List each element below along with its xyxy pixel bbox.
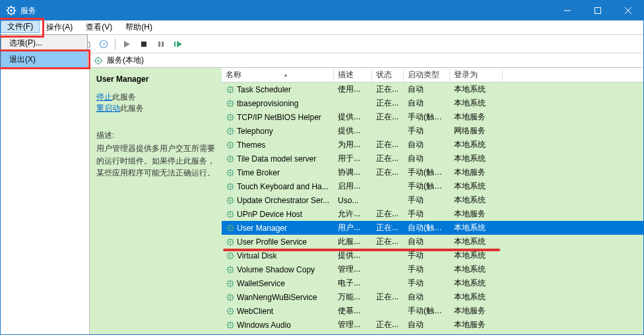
svg-line-69 bbox=[232, 114, 233, 115]
cell-desc: 用户... bbox=[334, 222, 372, 233]
stop-link[interactable]: 停止 bbox=[96, 92, 112, 102]
svg-line-218 bbox=[228, 326, 228, 327]
svg-line-207 bbox=[232, 313, 233, 313]
cell-state: 正在... bbox=[372, 167, 404, 178]
svg-line-119 bbox=[232, 183, 233, 184]
cell-startup: 手动 bbox=[404, 250, 450, 261]
cell-name: Volume Shadow Copy bbox=[222, 265, 334, 274]
cell-logon: 本地服务 bbox=[450, 305, 503, 317]
svg-point-151 bbox=[230, 241, 232, 243]
cell-name: Themes bbox=[222, 140, 334, 150]
cell-startup: 自动 bbox=[404, 98, 450, 109]
cell-desc: 管理... bbox=[334, 264, 372, 275]
cell-state: 正在... bbox=[372, 111, 404, 123]
menu-file-exit[interactable]: 退出(X) bbox=[1, 51, 87, 68]
service-row[interactable]: WebClient使基...手动(触发...本地服务 bbox=[222, 304, 643, 318]
svg-line-118 bbox=[228, 188, 228, 189]
svg-line-86 bbox=[228, 142, 228, 142]
service-row[interactable]: Touch Keyboard and Ha...启用...手动(触发...本地系… bbox=[222, 179, 643, 193]
service-row[interactable]: UPnP Device Host允许...正在...手动本地服务 bbox=[222, 207, 643, 221]
menu-action[interactable]: 操作(A) bbox=[40, 20, 79, 34]
toolbar-pause-button[interactable] bbox=[154, 37, 168, 51]
svg-line-136 bbox=[228, 211, 228, 212]
service-row[interactable]: Tile Data model server用于...正在...自动本地系统 bbox=[222, 152, 643, 166]
cell-state: 正在... bbox=[372, 222, 404, 233]
service-row[interactable]: Windows Audio管理...正在...自动本地服务 bbox=[222, 318, 643, 332]
svg-line-209 bbox=[232, 308, 233, 309]
restart-link[interactable]: 重启动 bbox=[96, 104, 120, 113]
list-pane: 名称▴ 描述 状态 启动类型 登录为 Task Scheduler使用...正在… bbox=[222, 68, 643, 334]
menu-file[interactable]: 文件(F) bbox=[1, 20, 40, 33]
cell-name: Tile Data model server bbox=[222, 154, 334, 164]
cell-startup: 自动 bbox=[404, 84, 450, 95]
toolbar-help-button[interactable]: ? bbox=[96, 37, 111, 51]
service-row[interactable]: Telephony提供...手动网络服务 bbox=[222, 124, 643, 138]
svg-line-156 bbox=[228, 239, 228, 239]
service-row[interactable]: Time Broker协调...正在...手动(触发...本地服务 bbox=[222, 166, 643, 179]
svg-line-167 bbox=[232, 257, 233, 258]
toolbar-start-button[interactable] bbox=[119, 37, 134, 51]
cell-logon: 本地系统 bbox=[450, 250, 503, 261]
cell-logon: 本地系统 bbox=[450, 195, 503, 206]
toolbar-restart-button[interactable] bbox=[171, 37, 185, 51]
service-row[interactable]: Volume Shadow Copy管理...手动本地系统 bbox=[222, 262, 643, 276]
svg-line-177 bbox=[232, 271, 233, 272]
svg-marker-27 bbox=[177, 41, 182, 47]
service-row[interactable]: Themes为用...正在...自动本地系统 bbox=[222, 138, 643, 152]
cell-startup: 手动 bbox=[404, 208, 450, 220]
svg-line-187 bbox=[232, 285, 233, 286]
close-button[interactable] bbox=[613, 1, 643, 20]
toolbar: ? bbox=[1, 35, 643, 53]
col-header-startup[interactable]: 启动类型 bbox=[404, 68, 450, 82]
menubar: 文件(F) 选项(P)... 退出(X) 操作(A) 查看(V) 帮助(H) bbox=[1, 20, 643, 35]
cell-startup: 自动 bbox=[404, 153, 450, 164]
cell-state: 正在... bbox=[372, 84, 404, 95]
menu-view[interactable]: 查看(V) bbox=[79, 20, 119, 34]
svg-line-128 bbox=[228, 202, 228, 202]
col-header-state[interactable]: 状态 bbox=[372, 68, 404, 82]
svg-line-116 bbox=[228, 183, 228, 184]
col-header-desc[interactable]: 描述 bbox=[334, 68, 372, 82]
service-row[interactable]: WanNengWuBiService万能...正在...自动本地系统 bbox=[222, 290, 643, 304]
cell-desc: 使用... bbox=[334, 84, 372, 95]
svg-line-219 bbox=[232, 322, 233, 322]
col-header-name[interactable]: 名称▴ bbox=[222, 68, 334, 82]
service-row[interactable]: tbaseprovisioning正在...自动本地系统 bbox=[222, 96, 643, 110]
svg-line-97 bbox=[232, 160, 233, 161]
cell-logon: 本地系统 bbox=[450, 222, 503, 233]
svg-line-157 bbox=[232, 243, 233, 244]
app-gear-icon bbox=[6, 5, 16, 16]
menu-file-options[interactable]: 选项(P)... bbox=[1, 35, 87, 51]
cell-name: TCP/IP NetBIOS Helper bbox=[222, 113, 334, 122]
svg-line-76 bbox=[228, 128, 228, 129]
service-row[interactable]: User Profile Service此服...正在...自动本地系统 bbox=[222, 235, 643, 249]
menu-help[interactable]: 帮助(H) bbox=[119, 20, 159, 34]
service-row[interactable]: User Manager用户...正在...自动(触发...本地系统 bbox=[222, 221, 643, 235]
app-window: 服务 文件(F) 选项(P)... 退出(X) 操作(A) 查看(V) 帮助(H… bbox=[0, 0, 644, 335]
service-row[interactable]: TCP/IP NetBIOS Helper提供...正在...手动(触发...本… bbox=[222, 110, 643, 124]
cell-startup: 手动 bbox=[404, 278, 450, 289]
svg-line-48 bbox=[228, 91, 228, 92]
svg-line-9 bbox=[14, 7, 15, 9]
service-row[interactable]: WalletService电子...手动本地系统 bbox=[222, 276, 643, 290]
list-header: 名称▴ 描述 状态 启动类型 登录为 bbox=[222, 68, 643, 82]
svg-line-206 bbox=[228, 308, 228, 309]
svg-line-179 bbox=[232, 266, 233, 267]
svg-line-6 bbox=[8, 7, 9, 9]
cell-logon: 本地系统 bbox=[450, 153, 503, 164]
col-header-logon[interactable]: 登录为 bbox=[450, 68, 503, 82]
svg-line-107 bbox=[232, 174, 233, 175]
svg-line-77 bbox=[232, 133, 233, 133]
cell-startup: 手动 bbox=[404, 195, 450, 206]
toolbar-stop-button[interactable] bbox=[137, 37, 151, 51]
minimize-button[interactable] bbox=[552, 1, 583, 20]
svg-rect-24 bbox=[158, 42, 160, 47]
service-row[interactable]: Update Orchestrator Ser...Uso...手动本地系统 bbox=[222, 193, 643, 207]
cell-desc: 允许... bbox=[334, 208, 372, 220]
svg-point-211 bbox=[230, 324, 232, 326]
service-row[interactable]: Task Scheduler使用...正在...自动本地系统 bbox=[222, 82, 643, 96]
cell-name: Windows Audio bbox=[222, 320, 334, 330]
cell-logon: 本地系统 bbox=[450, 236, 503, 247]
maximize-button[interactable] bbox=[583, 1, 613, 20]
svg-line-197 bbox=[232, 299, 233, 299]
